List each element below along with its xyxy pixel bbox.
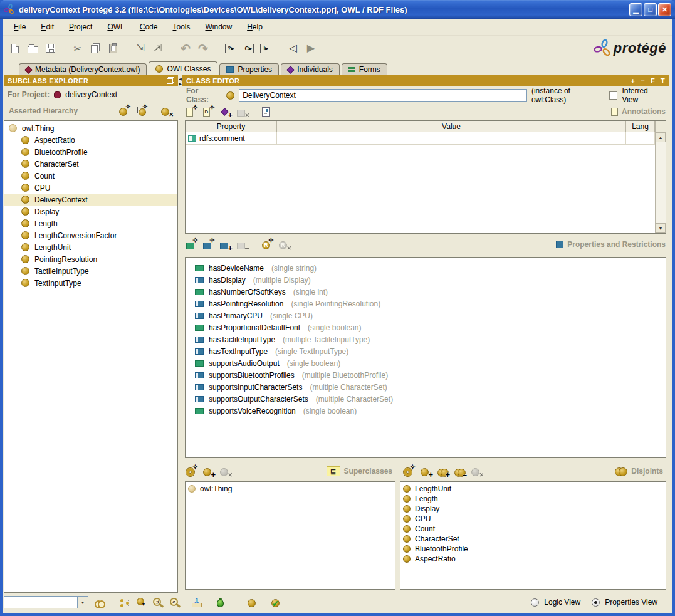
class-tree-item[interactable]: LengthUnit (4, 241, 177, 253)
delete-class-icon[interactable] (160, 105, 173, 117)
property-row[interactable]: hasTextInputType (single TextInputType) (195, 345, 666, 357)
class-tree-item[interactable]: BluetoothProfile (4, 146, 177, 158)
back-icon[interactable]: ◁ (286, 41, 301, 56)
annotation-value-cell[interactable] (277, 132, 626, 145)
add-superclass-icon[interactable] (202, 466, 215, 477)
create-object-property-icon[interactable] (202, 239, 215, 250)
add-annotation-resource-icon[interactable] (219, 106, 232, 117)
disjoint-class-item[interactable]: BluetoothProfile (400, 544, 666, 554)
class-tree-item[interactable]: TextInputType (4, 277, 177, 289)
save-project-icon[interactable] (43, 41, 58, 56)
property-row[interactable]: supportsAudioOutput (single boolean) (195, 357, 666, 369)
redo-icon[interactable]: ↷ (196, 41, 211, 56)
scroll-down-icon[interactable]: ▼ (656, 223, 666, 233)
disjoint-class-item[interactable]: CharacterSet (400, 534, 666, 544)
scroll-up-icon[interactable]: ▲ (656, 132, 666, 142)
logic-view-radio[interactable] (531, 598, 539, 607)
widget-t-icon[interactable]: T (661, 77, 665, 85)
property-row[interactable]: hasProportionalDefaultFont (single boole… (195, 321, 666, 333)
property-row[interactable]: hasDisplay (multiple Display) (195, 274, 666, 286)
property-row[interactable]: supportsOutputCharacterSets (multiple Ch… (195, 393, 666, 405)
menu-tools[interactable]: Tools (166, 20, 196, 34)
class-tree-item[interactable]: DeliveryContext (4, 194, 177, 206)
extract-ontology-icon[interactable]: ⇱ (150, 41, 165, 56)
class-tree-item[interactable]: Length (4, 217, 177, 229)
open-project-icon[interactable] (25, 41, 40, 56)
create-datatype-property-icon[interactable] (186, 239, 198, 250)
tree-item-owl-thing[interactable]: owl:Thing (4, 122, 177, 134)
column-header-value[interactable]: Value (277, 121, 626, 132)
create-subclass-icon[interactable] (135, 105, 148, 117)
scrollbar-track[interactable] (656, 142, 666, 223)
superclass-item[interactable]: owl:Thing (186, 484, 395, 494)
property-row[interactable]: hasNumberOfSoftKeys (single int) (195, 286, 666, 298)
paste-icon[interactable] (105, 41, 120, 56)
class-name-input[interactable] (239, 89, 527, 102)
close-button[interactable]: ✕ (658, 3, 671, 16)
menu-file[interactable]: File (8, 20, 32, 34)
menu-project[interactable]: Project (63, 20, 98, 34)
search-restrictions-icon[interactable]: ∃ (153, 597, 165, 608)
widget-minus-icon[interactable]: − (641, 77, 645, 85)
tab-owlclasses[interactable]: OWLClasses (149, 61, 217, 75)
class-tree-item[interactable]: LengthConversionFactor (4, 229, 177, 241)
cut-icon[interactable]: ✂ (70, 41, 85, 56)
tab-individuals[interactable]: Individuals (281, 63, 340, 75)
move-to-class-icon[interactable] (136, 597, 149, 608)
maximize-button[interactable]: □ (644, 3, 657, 16)
create-annotation-icon[interactable] (186, 106, 198, 117)
archive-project-icon[interactable]: ⇲ (133, 41, 148, 56)
widget-plus-icon[interactable]: + (631, 77, 635, 85)
tab-properties[interactable]: Properties (219, 63, 279, 75)
import-conditions-icon[interactable]: ⇩ (191, 597, 204, 608)
menu-window[interactable]: Window (199, 20, 238, 34)
detach-view-icon[interactable] (167, 77, 174, 84)
class-tree-item[interactable]: AspectRatio (4, 134, 177, 146)
class-tree-item[interactable]: TactileInputType (4, 265, 177, 277)
add-disjoint-class-icon[interactable] (420, 466, 432, 477)
create-disjoint-class-icon[interactable] (403, 466, 416, 477)
disjoint-class-item[interactable]: AspectRatio (400, 554, 666, 564)
properties-view-radio[interactable] (592, 598, 600, 607)
create-restriction-icon[interactable]: R (261, 239, 274, 250)
collapse-left-icon[interactable]: ◀ (179, 77, 182, 81)
forward-icon[interactable]: ▶ (303, 41, 318, 56)
annotation-form-icon[interactable] (261, 106, 274, 117)
class-tree-item[interactable]: Count (4, 170, 177, 182)
widget-f-icon[interactable]: F (651, 77, 655, 85)
tab-forms[interactable]: Forms (342, 63, 387, 75)
create-superclass-icon[interactable] (186, 466, 198, 477)
class-search-input[interactable] (4, 596, 78, 608)
property-row[interactable]: supportsInputCharacterSets (multiple Cha… (195, 381, 666, 393)
combo-dropdown-icon[interactable]: ▼ (78, 596, 88, 608)
delete-annotation-icon[interactable] (236, 106, 249, 117)
disjoint-class-item[interactable]: Display (400, 504, 666, 514)
annotation-lang-cell[interactable] (626, 132, 655, 145)
classes-tab-icon[interactable]: C▸ (241, 41, 256, 56)
class-tree-item[interactable]: CharacterSet (4, 158, 177, 170)
tab-metadata[interactable]: Metadata (DeliveryContext.owl) (19, 63, 147, 75)
new-project-icon[interactable] (8, 41, 23, 56)
menu-code[interactable]: Code (133, 20, 164, 34)
remove-property-icon[interactable] (236, 239, 249, 250)
panel-splitter[interactable]: ◀▶ (178, 75, 182, 613)
copy-icon[interactable] (88, 41, 103, 56)
property-row[interactable]: hasPrimaryCPU (single CPU) (195, 310, 666, 321)
menu-edit[interactable]: Edit (34, 20, 60, 34)
menu-help[interactable]: Help (241, 20, 269, 34)
remove-superclass-icon[interactable] (219, 466, 232, 477)
class-tree-item[interactable]: CPU (4, 182, 177, 194)
individuals-tab-icon[interactable]: I▸ (258, 41, 273, 56)
create-annotation-property-icon[interactable]: D (202, 106, 215, 117)
minimize-button[interactable]: ▁ (629, 3, 642, 16)
find-class-icon[interactable] (94, 597, 107, 608)
inferred-view-checkbox[interactable] (609, 91, 617, 100)
annotation-row[interactable]: rdfs:comment (186, 132, 655, 145)
column-header-lang[interactable]: Lang (626, 121, 655, 132)
create-class-icon[interactable] (118, 105, 131, 117)
property-row[interactable]: hasDeviceName (single string) (195, 262, 666, 274)
query-tab-icon[interactable]: ?▸ (223, 41, 238, 56)
add-sibling-disjoints-icon[interactable] (437, 466, 449, 477)
class-tree-item[interactable]: PointingResolution (4, 253, 177, 265)
property-row[interactable]: supportsBluetoothProfiles (multiple Blue… (195, 369, 666, 381)
